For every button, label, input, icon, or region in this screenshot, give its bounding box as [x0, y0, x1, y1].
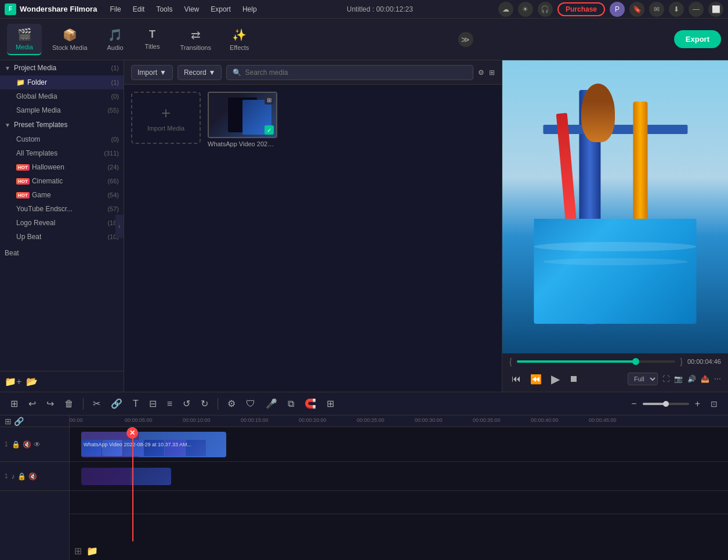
video-media-tile[interactable]: ⊞ ✓ WhatsApp Video 2022-...	[208, 92, 277, 147]
export-frame-icon[interactable]: 📤	[701, 375, 709, 383]
bookmark-icon-btn[interactable]: 🔖	[629, 2, 644, 17]
multitrack-btn[interactable]: ⊞	[323, 396, 338, 411]
global-media-item[interactable]: Global Media (0)	[0, 89, 124, 103]
menu-edit[interactable]: Edit	[128, 3, 150, 16]
menu-file[interactable]: File	[105, 3, 125, 16]
audio-adj-btn[interactable]: ≡	[164, 396, 176, 411]
tab-titles[interactable]: T Titles	[135, 25, 170, 53]
search-input[interactable]	[245, 68, 467, 77]
tracks-container: ✕ WhatsApp Video 2022-08-29 at 10.37.33 …	[70, 427, 728, 541]
grid-icon[interactable]: ⊞	[489, 68, 495, 77]
youtube-item[interactable]: YouTube Endscr... (57)	[0, 202, 124, 216]
record-button[interactable]: Record ▼	[178, 65, 222, 80]
prev-clip-btn[interactable]: ↺	[179, 396, 194, 411]
menu-help[interactable]: Help	[238, 3, 262, 16]
top-actions: ☁ ☀ 🎧 Purchase P 🔖 ✉ ⬇ — ⬜	[498, 2, 723, 17]
magnet-btn[interactable]: 🧲	[301, 396, 320, 411]
import-button[interactable]: Import ▼	[131, 65, 173, 80]
halloween-item[interactable]: HOT Halloween (24)	[0, 160, 124, 174]
menu-export[interactable]: Export	[206, 3, 236, 16]
add-track-icon[interactable]: ⊞	[5, 417, 12, 426]
preset-templates-section[interactable]: ▼ Preset Templates	[0, 117, 124, 132]
more-icon[interactable]: ⋯	[714, 375, 721, 383]
next-clip-btn[interactable]: ↻	[197, 396, 212, 411]
mute-icon-1[interactable]: 🔇	[23, 440, 31, 449]
playhead-line	[132, 427, 133, 541]
sidebar-collapse-btn[interactable]: ‹	[115, 215, 124, 238]
stop-btn[interactable]: ⏹	[567, 371, 581, 386]
fullscreen-icon[interactable]: ⛶	[662, 375, 669, 383]
overlay-btn[interactable]: ⧉	[284, 396, 298, 411]
purchase-button[interactable]: Purchase	[557, 2, 605, 16]
quality-select[interactable]: Full	[628, 373, 658, 385]
add-media-timeline-btn[interactable]: ⊞	[7, 396, 21, 411]
cut-btn[interactable]: ✂	[89, 396, 104, 411]
import-plus-icon: +	[161, 104, 171, 122]
add-track-btn-2[interactable]: 📁	[86, 545, 98, 557]
step-back-btn[interactable]: ⏪	[528, 371, 544, 387]
link-clip-icon[interactable]: 🔗	[14, 417, 24, 426]
mute-icon-2[interactable]: 🔇	[28, 472, 37, 480]
play-btn[interactable]: ▶	[549, 370, 562, 388]
text-btn[interactable]: T	[129, 396, 142, 411]
playhead-marker[interactable]: ✕	[126, 427, 138, 439]
tab-transitions[interactable]: ⇄ Transitions	[172, 24, 219, 55]
eye-icon-1[interactable]: 👁	[34, 440, 41, 449]
zoom-slider[interactable]	[643, 403, 689, 405]
add-folder-icon[interactable]: 📁+	[5, 376, 21, 387]
audio-clip[interactable]	[81, 468, 171, 485]
shield-btn[interactable]: 🛡	[242, 396, 259, 411]
zoom-out-btn[interactable]: −	[628, 396, 640, 411]
mail-icon-btn[interactable]: ✉	[649, 2, 664, 17]
lock-icon-2[interactable]: 🔒	[17, 472, 26, 480]
redo-btn[interactable]: ↪	[43, 396, 57, 411]
import-media-tile[interactable]: + Import Media	[131, 92, 201, 144]
zoom-in-btn[interactable]: +	[691, 396, 704, 411]
menu-view[interactable]: View	[179, 3, 204, 16]
up-beat-item[interactable]: Up Beat (10)	[0, 230, 124, 244]
custom-item[interactable]: Custom (0)	[0, 132, 124, 146]
cinematic-item[interactable]: HOT Cinematic (66)	[0, 174, 124, 188]
prev-frame-btn[interactable]: ⏮	[509, 371, 523, 386]
beat-item[interactable]: Beat	[0, 246, 124, 260]
filter-icon[interactable]: ⚙	[478, 68, 484, 77]
volume-icon[interactable]: 🔊	[687, 375, 696, 383]
folder-item[interactable]: 📁 Folder (1)	[0, 75, 124, 89]
avatar-btn[interactable]: P	[610, 2, 625, 17]
media-panel: Import ▼ Record ▼ 🔍 ⚙ ⊞ + I	[124, 60, 502, 392]
sample-media-item[interactable]: Sample Media (55)	[0, 103, 124, 117]
download-icon-btn[interactable]: ⬇	[669, 2, 684, 17]
sun-icon-btn[interactable]: ☀	[518, 2, 533, 17]
folder-count: (1)	[111, 79, 119, 86]
tab-effects[interactable]: ✨ Effects	[222, 24, 257, 55]
screenshot-icon[interactable]: 📷	[674, 375, 683, 383]
game-item[interactable]: HOT Game (54)	[0, 188, 124, 202]
undo-btn[interactable]: ↩	[25, 396, 39, 411]
maximize-btn[interactable]: ⬜	[708, 2, 723, 17]
tab-audio[interactable]: 🎵 Audio	[98, 24, 133, 55]
toolbar-expand-btn[interactable]: ≫	[458, 32, 473, 47]
video-clip[interactable]: WhatsApp Video 2022-08-29 at 10.37.33 AM…	[81, 432, 226, 457]
project-media-section[interactable]: ▼ Project Media (1)	[0, 60, 124, 75]
fit-view-btn[interactable]: ⊡	[707, 397, 721, 411]
add-track-btn-1[interactable]: ⊞	[74, 545, 82, 557]
settings-btn[interactable]: ⚙	[224, 396, 239, 411]
project-media-count: (1)	[111, 64, 119, 71]
tab-media[interactable]: 🎬 Media	[7, 24, 42, 55]
logo-reveal-item[interactable]: Logo Reveal (18)	[0, 216, 124, 230]
game-label: Game	[32, 191, 108, 199]
tab-stock-media[interactable]: 📦 Stock Media	[44, 24, 96, 55]
crop-btn[interactable]: ⊟	[146, 396, 160, 411]
headset-icon-btn[interactable]: 🎧	[538, 2, 553, 17]
all-templates-item[interactable]: All Templates (311)	[0, 146, 124, 160]
lock-icon-1[interactable]: 🔒	[12, 440, 20, 449]
minimize-btn[interactable]: —	[689, 2, 704, 17]
menu-tools[interactable]: Tools	[151, 3, 177, 16]
mic-btn[interactable]: 🎤	[262, 396, 281, 411]
seek-bar[interactable]	[517, 360, 676, 363]
delete-btn[interactable]: 🗑	[61, 396, 77, 411]
unlink-btn[interactable]: 🔗	[107, 396, 126, 411]
cloud-icon-btn[interactable]: ☁	[498, 2, 513, 17]
add-media-icon[interactable]: 📂	[26, 376, 38, 387]
export-button[interactable]: Export	[674, 30, 721, 48]
